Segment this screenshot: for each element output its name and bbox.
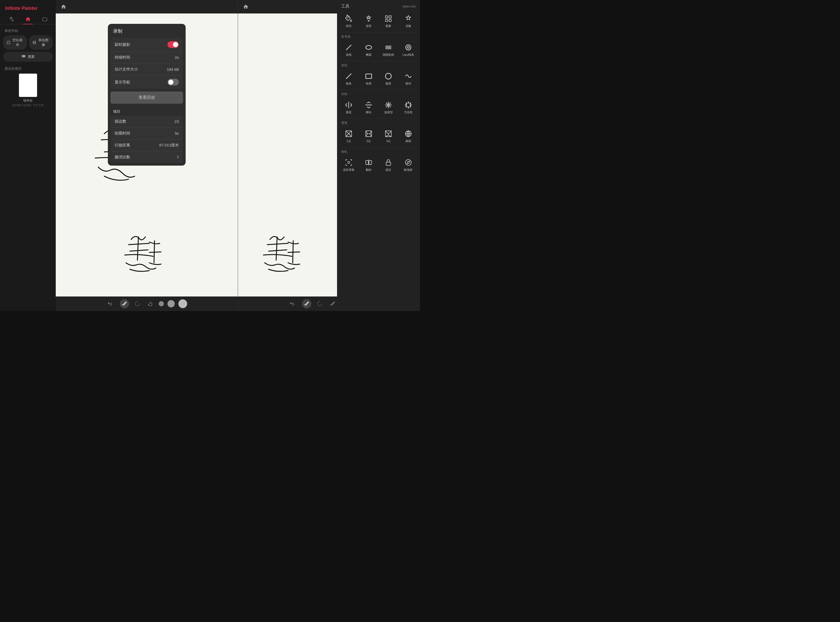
blank-canvas-button[interactable]: 空白画布 bbox=[3, 35, 27, 50]
recent-item[interactable]: 软件社 2024年1月28日 下午3:55 bbox=[0, 73, 56, 107]
show-nav-toggle[interactable] bbox=[168, 79, 179, 85]
travel-distance-value: 87.013厘米 bbox=[159, 143, 179, 148]
timelapse-toggle[interactable] bbox=[168, 41, 179, 48]
tool-clone[interactable]: 克隆 bbox=[399, 12, 418, 29]
tool-circle[interactable]: 圆形 bbox=[379, 70, 398, 87]
right-smudge-button[interactable] bbox=[328, 299, 337, 308]
patterns-button[interactable]: 图案 bbox=[3, 52, 53, 62]
stroke-count-label: 描边数 bbox=[115, 119, 126, 124]
right-lasso-button[interactable] bbox=[315, 299, 324, 308]
tool-2pt[interactable]: 2点 bbox=[359, 127, 379, 145]
app-title-bold: Painter bbox=[22, 6, 38, 11]
brush-size-small[interactable] bbox=[159, 301, 164, 306]
svg-line-37 bbox=[349, 134, 351, 137]
svg-line-35 bbox=[349, 131, 351, 134]
draw-time-label: 绘图时间 bbox=[115, 131, 130, 136]
right-undo-button[interactable] bbox=[289, 300, 296, 308]
divider-5 bbox=[339, 147, 418, 148]
tool-stroke[interactable]: 线条 bbox=[339, 70, 359, 87]
tool-gradient[interactable]: 渐变 bbox=[359, 12, 379, 29]
app-title-regular: Infinite bbox=[5, 6, 22, 11]
brush-size-large[interactable] bbox=[179, 299, 187, 308]
project-section-label: 项目 bbox=[108, 106, 186, 116]
bottom-signature-left bbox=[116, 229, 178, 276]
brush-tool-button[interactable] bbox=[120, 299, 129, 308]
tool-rect[interactable]: 矩形 bbox=[359, 70, 379, 87]
svg-point-4 bbox=[24, 55, 25, 56]
timelapse-row: 延时摄影 bbox=[110, 38, 183, 52]
undo-button[interactable] bbox=[106, 300, 114, 308]
tool-1pt[interactable]: 1点 bbox=[339, 127, 359, 145]
eraser-tool-button[interactable] bbox=[146, 299, 155, 308]
divider-1 bbox=[339, 32, 418, 32]
right-home-button[interactable] bbox=[242, 3, 249, 11]
tool-3pt[interactable]: 3点 bbox=[379, 127, 398, 145]
nav-tabs bbox=[0, 14, 56, 24]
fit-screen-label: 适应屏幕 bbox=[343, 168, 354, 172]
stroke-icon bbox=[344, 72, 353, 81]
tool-vertical[interactable]: 垂直 bbox=[339, 99, 359, 116]
tool-path[interactable]: 路径 bbox=[399, 70, 418, 87]
tools-grid-reflines: 直线 椭圆 画阴影线 bbox=[337, 40, 420, 60]
svg-line-19 bbox=[346, 73, 351, 79]
svg-line-30 bbox=[389, 106, 391, 107]
playback-button[interactable]: 查看回放 bbox=[110, 91, 183, 104]
tools-panel: 工具 rjshe.com 填充 bbox=[337, 0, 420, 311]
svg-rect-9 bbox=[389, 16, 391, 18]
middle-home-button[interactable] bbox=[60, 3, 67, 11]
2pt-label: 2点 bbox=[367, 139, 371, 143]
tool-hatch[interactable]: 画阴影线 bbox=[379, 41, 398, 58]
draw-time-value: 5s bbox=[175, 131, 179, 136]
svg-line-12 bbox=[346, 45, 351, 50]
file-size-row: 估计文件大小 184 kB bbox=[110, 64, 183, 75]
kaleidoscope-label: 万花筒 bbox=[404, 110, 412, 114]
lasso-tool-button[interactable] bbox=[133, 299, 142, 308]
right-brush-button[interactable] bbox=[302, 299, 312, 308]
1pt-icon bbox=[344, 129, 353, 138]
tool-navigator[interactable]: 航海家 bbox=[399, 156, 418, 173]
tool-lock[interactable]: 锁定 bbox=[379, 156, 398, 173]
middle-bottom-toolbar bbox=[56, 296, 238, 311]
svg-point-21 bbox=[385, 73, 391, 79]
navigator-label: 航海家 bbox=[404, 168, 412, 172]
stroke-count-value: 23 bbox=[174, 119, 179, 123]
tab-folder[interactable] bbox=[36, 14, 53, 24]
svg-line-32 bbox=[386, 106, 388, 107]
svg-point-18 bbox=[407, 46, 409, 49]
tool-curve[interactable]: 曲线 bbox=[399, 127, 418, 145]
tool-horizontal[interactable]: 横向 bbox=[359, 99, 379, 116]
rect-icon bbox=[364, 72, 373, 81]
middle-canvas-area: 录制 延时摄影 持续时间 2s 估计文件大小 184 kB bbox=[56, 0, 238, 311]
hatch-icon bbox=[384, 43, 393, 52]
tool-lazy[interactable]: Lazy线条 bbox=[399, 41, 418, 58]
tool-fill[interactable]: 填充 bbox=[339, 12, 359, 29]
tab-home[interactable] bbox=[20, 14, 36, 24]
tab-sparkle[interactable] bbox=[3, 14, 20, 24]
tool-pattern[interactable]: 图案 bbox=[379, 12, 398, 29]
flip-icon bbox=[364, 158, 373, 167]
lazy-label: Lazy线条 bbox=[402, 53, 414, 57]
svg-line-34 bbox=[346, 131, 349, 134]
svg-point-13 bbox=[366, 46, 372, 49]
tool-fit-screen[interactable]: 适应屏幕 bbox=[339, 156, 359, 173]
symmetry-label: 对称 bbox=[337, 90, 420, 98]
tool-radial[interactable]: 放射型 bbox=[379, 99, 398, 116]
tool-line[interactable]: 直线 bbox=[339, 41, 359, 58]
middle-canvas: 录制 延时摄影 持续时间 2s 估计文件大小 184 kB bbox=[56, 14, 238, 296]
tools-grid-main: 填充 渐变 bbox=[337, 11, 420, 32]
tool-kaleidoscope[interactable]: 万花筒 bbox=[399, 99, 418, 116]
tool-flip[interactable]: 翻转 bbox=[359, 156, 379, 173]
svg-point-7 bbox=[24, 56, 25, 57]
brush-size-medium[interactable] bbox=[168, 300, 175, 307]
svg-point-3 bbox=[23, 55, 24, 56]
ref-line-label: 参考线 bbox=[337, 33, 420, 40]
duration-row: 持续时间 2s bbox=[110, 52, 183, 64]
travel-distance-label: 行驶距离 bbox=[115, 143, 130, 148]
lazy-icon bbox=[404, 43, 413, 52]
travel-distance-row: 行驶距离 87.013厘米 bbox=[110, 139, 183, 151]
tools-title: 工具 bbox=[341, 4, 350, 9]
from-image-button[interactable]: 来自图像 bbox=[29, 35, 53, 50]
1pt-label: 1点 bbox=[347, 139, 351, 143]
new-start-label: 新的开始 bbox=[0, 24, 56, 35]
tool-ellipse[interactable]: 椭圆 bbox=[359, 41, 379, 58]
